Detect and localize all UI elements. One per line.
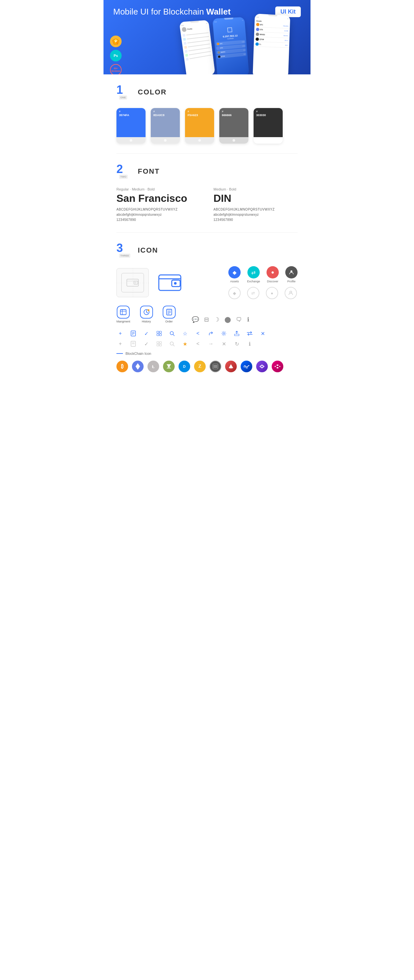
phone-1: 9:41▪▪▪ Profile bbox=[179, 20, 215, 75]
svg-rect-34 bbox=[159, 331, 161, 333]
svg-point-13 bbox=[174, 282, 177, 285]
svg-point-15 bbox=[290, 270, 292, 272]
order-icon-item: Order bbox=[163, 305, 176, 323]
svg-line-50 bbox=[173, 345, 174, 346]
blockchain-line bbox=[116, 353, 123, 354]
chat-icon: 🗨 bbox=[236, 316, 242, 323]
document-icon bbox=[129, 329, 137, 337]
management-icon-item: Mangment bbox=[116, 305, 131, 323]
section-number-2: 2 TWO bbox=[116, 163, 132, 180]
iota-logo bbox=[210, 361, 221, 372]
back-icon: < bbox=[194, 329, 202, 337]
small-icons-blue-row: + ✓ ☆ < bbox=[116, 329, 298, 337]
svg-point-63 bbox=[277, 364, 279, 366]
refresh-gray-icon: ↻ bbox=[233, 340, 240, 348]
svg-point-39 bbox=[223, 333, 225, 334]
swap-icon bbox=[246, 329, 253, 337]
settings-icon bbox=[220, 329, 228, 337]
app-icon-group: ◆ Assets ⇄ Exchange ● Discover bbox=[228, 266, 298, 299]
svg-line-22 bbox=[146, 312, 148, 313]
svg-point-23 bbox=[148, 309, 150, 311]
small-icons-gray-row: + ✓ ★ < → ✕ ↻ ℹ bbox=[116, 340, 298, 348]
wallet-icon-blue bbox=[155, 268, 184, 297]
svg-line-38 bbox=[173, 334, 174, 336]
icon-header: 3 THREE ICON bbox=[116, 242, 298, 258]
dot-logo bbox=[272, 361, 283, 372]
wallet-wireframe-1 bbox=[116, 268, 149, 297]
grid-gray-icon bbox=[155, 340, 163, 348]
svg-rect-35 bbox=[157, 334, 159, 336]
back-gray-icon: < bbox=[194, 340, 202, 348]
phone-2: 9:41▪▪ ◻ 6.297.502.12 myWallet BTC 0.52 … bbox=[212, 17, 249, 75]
search-icon bbox=[168, 329, 176, 337]
misc-icons: 💬 ⊟ ☽ ⬤ 🗨 ℹ bbox=[192, 316, 249, 323]
photoshop-badge: Ps bbox=[110, 50, 122, 62]
svg-point-64 bbox=[277, 367, 279, 368]
discover-icon-item: ● Discover bbox=[266, 266, 279, 283]
color-section: 1 ONE COLOR # 3574FA # 8DA0C8 # F5A623 bbox=[104, 75, 310, 153]
swatch-dark: # 303030 bbox=[253, 108, 283, 143]
ark-logo bbox=[225, 361, 237, 372]
profile-outline-icon bbox=[285, 287, 297, 299]
font-sf: Regular · Medium · Bold San Francisco AB… bbox=[116, 187, 201, 223]
discover-outline-icon: ● bbox=[266, 287, 278, 299]
section-number-1: 1 ONE bbox=[116, 84, 132, 100]
history-icon bbox=[140, 305, 153, 318]
font-grid: Regular · Medium · Bold San Francisco AB… bbox=[116, 187, 298, 223]
dash-logo: D bbox=[178, 361, 190, 372]
hero-section: Mobile UI for Blockchain Wallet UI Kit P… bbox=[104, 0, 310, 75]
assets-icon: ◆ bbox=[228, 266, 240, 278]
svg-rect-47 bbox=[157, 344, 159, 346]
btc-logo: ₿ bbox=[116, 361, 128, 372]
document-gray-icon bbox=[129, 340, 137, 348]
neo-logo bbox=[163, 361, 175, 372]
share-icon bbox=[207, 329, 215, 337]
plus-gray-icon: + bbox=[116, 340, 124, 348]
check-icon: ✓ bbox=[142, 329, 150, 337]
profile-icon bbox=[285, 266, 298, 278]
tool-badges: Ps 60+Screens bbox=[110, 36, 122, 75]
ltc-logo: Ł bbox=[148, 361, 159, 372]
assets-icon-item: ◆ Assets bbox=[228, 266, 240, 283]
section-number-3: 3 THREE bbox=[116, 242, 132, 258]
eth-logo bbox=[132, 361, 143, 372]
svg-point-16 bbox=[290, 291, 292, 293]
swatch-gray: # 666666 bbox=[219, 108, 248, 143]
svg-rect-46 bbox=[159, 342, 161, 344]
history-icon-item: History bbox=[140, 305, 153, 323]
circle-icon: ⬤ bbox=[225, 316, 231, 323]
layers-icon: ⊟ bbox=[204, 316, 209, 323]
star-icon: ☆ bbox=[181, 329, 189, 337]
moon-icon: ☽ bbox=[214, 316, 219, 323]
screens-badge: 60+Screens bbox=[110, 64, 122, 75]
svg-rect-28 bbox=[167, 309, 172, 310]
app-icon-row-1: ◆ Assets ⇄ Exchange ● Discover bbox=[228, 266, 298, 283]
svg-rect-40 bbox=[234, 334, 239, 336]
color-header: 1 ONE COLOR bbox=[116, 84, 298, 100]
font-section: 2 TWO FONT Regular · Medium · Bold San F… bbox=[104, 154, 310, 232]
app-icon-row-2: ◆ ⇄ ● bbox=[228, 287, 298, 299]
swatch-blue: # 3574FA bbox=[116, 108, 145, 143]
close-icon: ✕ bbox=[259, 329, 266, 337]
sketch-badge bbox=[110, 36, 122, 47]
font-din: Medium · Bold DIN ABCDEFGHIJKLMNOPQRSTUV… bbox=[213, 187, 298, 223]
assets-outline-icon: ◆ bbox=[228, 287, 240, 299]
exchange-outline-icon: ⇄ bbox=[247, 287, 260, 299]
grid-icon bbox=[155, 329, 163, 337]
svg-rect-11 bbox=[159, 275, 181, 290]
icon-top-row: ◆ Assets ⇄ Exchange ● Discover bbox=[116, 266, 298, 299]
font-header: 2 TWO FONT bbox=[116, 163, 298, 180]
close-x-gray-icon: ✕ bbox=[220, 340, 228, 348]
svg-rect-48 bbox=[159, 344, 161, 346]
hero-phones: 9:41▪▪▪ Profile 9:41▪▪ bbox=[173, 10, 309, 75]
plus-icon: + bbox=[116, 329, 124, 337]
exchange-icon: ⇄ bbox=[247, 266, 260, 278]
phone-3: 9:41▪▪▪ Assets BTC 738-2003 ETH 12-298 bbox=[253, 14, 290, 75]
zcash-logo: Z bbox=[194, 361, 206, 372]
svg-rect-45 bbox=[157, 342, 159, 344]
swatch-steel: # 8DA0C8 bbox=[151, 108, 180, 143]
management-icon bbox=[117, 305, 130, 318]
discover-icon: ● bbox=[266, 266, 279, 278]
star-orange-icon: ★ bbox=[181, 340, 189, 348]
svg-point-65 bbox=[275, 366, 276, 367]
